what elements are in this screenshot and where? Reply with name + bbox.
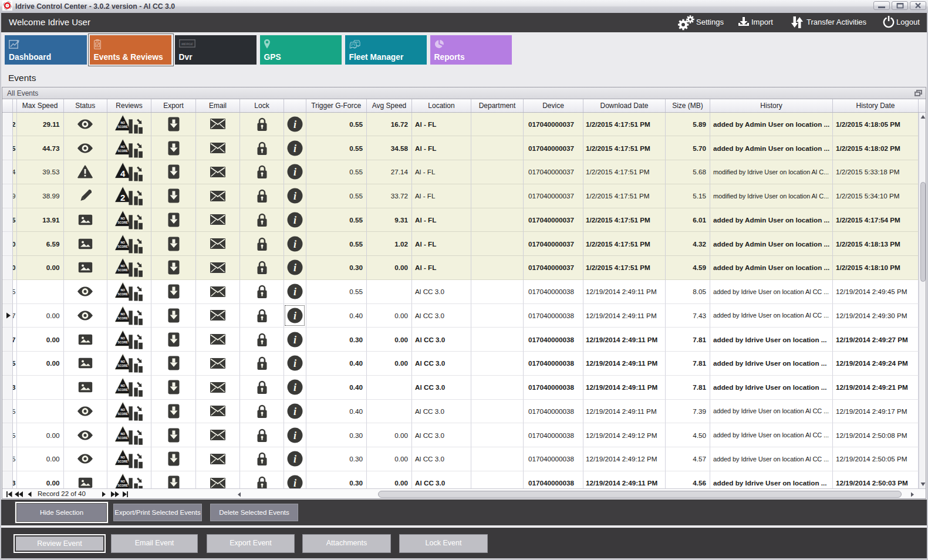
svg-text:NO: NO — [121, 480, 126, 483]
svg-text:SCORE: SCORE — [117, 316, 128, 319]
svg-text:SCORE: SCORE — [117, 389, 128, 392]
svg-text:NO: NO — [121, 145, 126, 148]
svg-text:NO: NO — [121, 360, 126, 363]
svg-text:SCORE: SCORE — [117, 340, 128, 343]
svg-text:i: i — [293, 238, 296, 250]
svg-text:i: i — [293, 453, 296, 465]
svg-text:SCORE: SCORE — [117, 125, 128, 128]
svg-text:i: i — [293, 190, 296, 202]
svg-text:NO: NO — [121, 409, 126, 411]
svg-text:NO: NO — [121, 313, 126, 316]
svg-text:SCORE: SCORE — [117, 412, 128, 415]
svg-text:i: i — [293, 477, 296, 488]
svg-text:i: i — [293, 382, 296, 393]
svg-text:NO: NO — [121, 289, 126, 292]
svg-text:SCORE: SCORE — [117, 245, 128, 248]
svg-text:4: 4 — [120, 168, 126, 178]
svg-text:i: i — [293, 286, 296, 298]
svg-text:SCORE: SCORE — [117, 269, 128, 272]
svg-text:SCORE: SCORE — [117, 149, 128, 152]
svg-text:i: i — [293, 214, 296, 226]
svg-text:i: i — [293, 334, 296, 346]
svg-text:NO: NO — [121, 336, 126, 339]
svg-text:NO: NO — [121, 217, 126, 220]
svg-text:SCORE: SCORE — [117, 460, 128, 463]
svg-text:i: i — [293, 166, 296, 178]
svg-text:2: 2 — [120, 193, 125, 203]
svg-text:i: i — [293, 119, 296, 130]
svg-text:i: i — [293, 406, 296, 417]
svg-text:SCORE: SCORE — [117, 293, 128, 296]
svg-text:NO: NO — [121, 384, 126, 387]
svg-text:NO: NO — [121, 265, 126, 268]
svg-text:SCORE: SCORE — [117, 436, 128, 439]
svg-text:SCORE: SCORE — [117, 484, 128, 487]
svg-text:i: i — [293, 262, 296, 274]
svg-text:i: i — [293, 143, 296, 154]
svg-text:NO: NO — [121, 456, 126, 459]
svg-text:i: i — [293, 357, 296, 369]
svg-text:i: i — [293, 430, 296, 441]
svg-text:MERGE: MERGE — [181, 42, 193, 45]
svg-text:SCORE: SCORE — [117, 365, 128, 367]
svg-text:NO: NO — [121, 432, 126, 435]
svg-text:SCORE: SCORE — [117, 221, 128, 224]
svg-text:NO: NO — [121, 122, 126, 124]
svg-text:NO: NO — [121, 241, 126, 244]
